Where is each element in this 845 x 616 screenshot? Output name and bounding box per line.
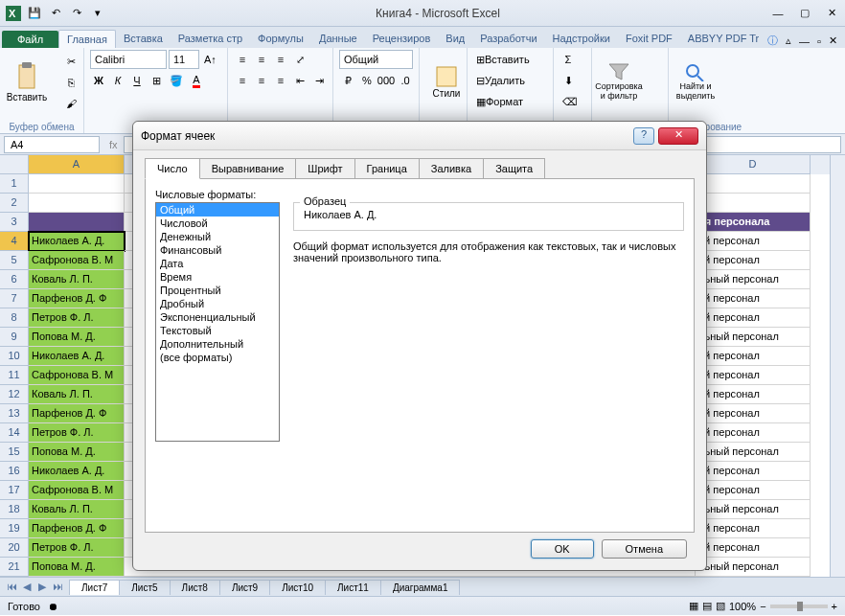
cell[interactable]: Николаев А. Д. [29,347,125,366]
sort-filter-button[interactable]: Сортировка и фильтр [598,50,640,113]
cell[interactable]: ой персонал [696,481,811,500]
format-item[interactable]: (все форматы) [156,351,279,364]
help-icon[interactable]: ⓘ [767,34,778,48]
paste-button[interactable]: Вставить [6,50,48,113]
currency-icon[interactable]: ₽ [339,71,356,90]
cell[interactable]: льный персонал [696,443,811,462]
excel-icon[interactable]: X [4,4,23,23]
number-formats-list[interactable]: ОбщийЧисловойДенежныйФинансовыйДатаВремя… [155,202,280,442]
indent-inc-icon[interactable]: ⇥ [310,71,328,90]
sheet-tab[interactable]: Лист5 [119,580,170,595]
view-pagebreak-icon[interactable]: ▧ [716,600,725,612]
fx-icon[interactable]: fx [103,139,124,150]
dialog-tab-0[interactable]: Число [145,158,200,179]
cell[interactable]: Сафронова В. М [29,251,125,270]
row-header[interactable]: 10 [0,347,29,366]
cell[interactable]: Петров Ф. Л. [29,538,125,558]
cell[interactable] [29,194,125,213]
ribbon-minimize-icon[interactable]: ▵ [786,34,791,47]
undo-icon[interactable]: ↶ [46,4,65,23]
cell[interactable]: ия персонала [696,213,811,232]
border-icon[interactable]: ⊞ [148,71,165,90]
ribbon-tab-9[interactable]: Foxit PDF [618,30,680,48]
cell[interactable]: ой персонал [696,347,811,366]
cell[interactable]: Попова М. Д. [29,558,125,577]
dialog-tab-3[interactable]: Граница [354,158,420,179]
cell[interactable]: ой персонал [696,232,811,251]
dialog-tab-4[interactable]: Заливка [419,158,484,179]
format-item[interactable]: Числовой [156,217,279,230]
row-header[interactable]: 8 [0,308,29,328]
align-left-icon[interactable]: ≡ [234,71,251,90]
cancel-button[interactable]: Отмена [602,539,687,559]
zoom-slider[interactable] [770,605,828,608]
find-select-button[interactable]: Найти и выделить [674,50,717,113]
doc-restore-icon[interactable]: ▫ [817,35,821,47]
dialog-tab-2[interactable]: Шрифт [295,158,354,179]
fill-icon[interactable]: ⬇ [560,71,577,90]
ribbon-tab-10[interactable]: ABBYY PDF Tr [680,30,766,48]
cell[interactable]: ой персонал [696,519,811,538]
cell[interactable]: Коваль Л. П. [29,385,125,404]
cell[interactable]: ой персонал [696,385,811,404]
inc-decimal-icon[interactable]: .0 [397,71,414,90]
format-cells-button[interactable]: ▦ Формат [473,92,526,111]
sheet-tab[interactable]: Диаграмма1 [380,580,461,595]
close-icon[interactable]: ✕ [822,6,841,21]
doc-close-icon[interactable]: ✕ [829,34,837,47]
row-header[interactable]: 1 [0,174,29,194]
row-header[interactable]: 2 [0,194,29,213]
sheet-nav-prev-icon[interactable]: ◀ [19,581,34,593]
ribbon-tab-4[interactable]: Данные [311,30,365,48]
cell[interactable]: Коваль Л. П. [29,270,125,289]
sheet-nav-last-icon[interactable]: ⏭ [50,581,65,593]
cell[interactable] [696,174,811,194]
ribbon-tab-2[interactable]: Разметка стр [171,30,250,48]
cell[interactable] [29,213,125,232]
zoom-level[interactable]: 100% [729,601,756,612]
cell[interactable]: Попова М. Д. [29,328,125,347]
col-header-a[interactable]: A [29,155,125,174]
cell[interactable]: Петров Ф. Л. [29,308,125,328]
dialog-close-icon[interactable]: ✕ [658,127,698,145]
redo-icon[interactable]: ↷ [67,4,86,23]
cell[interactable]: ой персонал [696,423,811,443]
indent-dec-icon[interactable]: ⇤ [291,71,308,90]
ok-button[interactable]: OK [531,539,594,559]
format-painter-icon[interactable]: 🖌 [62,94,80,113]
font-name-combo[interactable]: Calibri [90,50,167,69]
underline-button[interactable]: Ч [128,71,146,90]
macro-record-icon[interactable]: ⏺ [48,601,58,612]
sum-icon[interactable]: Σ [560,50,577,69]
cell[interactable]: Коваль Л. П. [29,500,125,519]
cell[interactable]: льный персонал [696,270,811,289]
vertical-scrollbar[interactable] [830,155,845,577]
cell[interactable]: Парфенов Д. Ф [29,404,125,423]
row-header[interactable]: 7 [0,289,29,308]
ribbon-tab-7[interactable]: Разработчи [472,30,544,48]
minimize-icon[interactable]: — [768,6,788,21]
row-header[interactable]: 5 [0,251,29,270]
ribbon-tab-0[interactable]: Главная [58,30,116,48]
align-middle-icon[interactable]: ≡ [253,50,270,69]
save-icon[interactable]: 💾 [25,4,44,23]
styles-button[interactable]: Стили [425,50,468,113]
cell[interactable] [696,194,811,213]
format-item[interactable]: Общий [156,203,279,217]
align-right-icon[interactable]: ≡ [272,71,289,90]
grow-font-icon[interactable]: A↑ [201,50,219,69]
format-item[interactable]: Дата [156,257,279,270]
cell[interactable]: ой персонал [696,538,811,558]
cell[interactable]: ой персонал [696,308,811,328]
view-layout-icon[interactable]: ▤ [702,600,712,612]
dialog-tab-1[interactable]: Выравнивание [199,158,297,179]
align-top-icon[interactable]: ≡ [234,50,251,69]
align-bottom-icon[interactable]: ≡ [272,50,289,69]
row-header[interactable]: 20 [0,538,29,558]
cell[interactable]: Сафронова В. М [29,366,125,385]
cell[interactable]: Попова М. Д. [29,443,125,462]
cell[interactable]: льный персонал [696,328,811,347]
qat-more-icon[interactable]: ▾ [88,4,107,23]
row-header[interactable]: 11 [0,366,29,385]
cell[interactable]: ой персонал [696,366,811,385]
